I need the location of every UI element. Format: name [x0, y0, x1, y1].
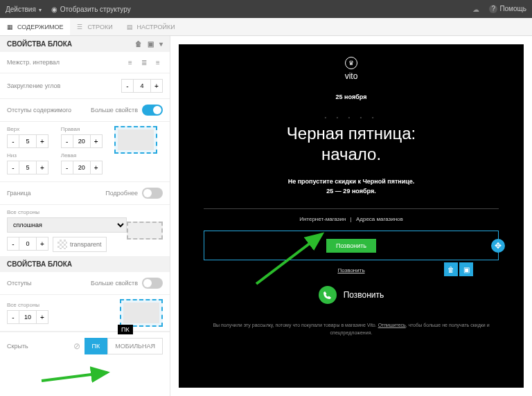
border-more-toggle[interactable]: [142, 188, 163, 199]
show-structure-toggle[interactable]: ◉Отобразить структуру: [51, 6, 131, 13]
unsubscribe-link[interactable]: Отпишитесь: [378, 323, 406, 327]
align-left-icon[interactable]: ≡: [125, 57, 135, 67]
copy-icon[interactable]: ▣: [148, 40, 154, 48]
allsides-preview: [120, 299, 163, 327]
help-link[interactable]: ?Помощь: [489, 5, 526, 13]
email-preview: ♛ vito 25 ноября • • • • • Черная пятниц…: [179, 44, 524, 388]
topbar: Действия▾ ◉Отобразить структуру ☁ ?Помощ…: [0, 0, 532, 18]
settings-icon: ▤: [127, 24, 134, 30]
tab-rows[interactable]: ☰ СТРОКИ: [70, 18, 119, 35]
visibility-icon[interactable]: ⊘: [73, 341, 80, 351]
cloud-upload-icon[interactable]: ☁: [472, 6, 479, 13]
chevron-down-icon[interactable]: ▾: [159, 40, 163, 48]
padding-right-stepper[interactable]: -+: [61, 134, 109, 148]
tab-content[interactable]: ▦ СОДЕРЖИМОЕ: [0, 18, 70, 35]
date-text: 25 ноября: [179, 93, 524, 100]
link-stores[interactable]: Адреса магазинов: [356, 216, 403, 222]
block-delete-icon[interactable]: 🗑: [444, 262, 458, 276]
link-shop[interactable]: Интернет-магазин: [299, 216, 346, 222]
subheadline: Не пропустите скидки к Черной пятнице. 2…: [179, 177, 524, 196]
properties-sidebar: СВОЙСТВА БЛОКА 🗑 ▣ ▾ Межстр. интервал ≡ …: [0, 36, 170, 396]
brand-logo: ♛ vito: [179, 57, 524, 81]
device-pc-button[interactable]: ПК: [85, 338, 108, 354]
actions-dropdown[interactable]: Действия▾: [6, 6, 42, 13]
device-segmented: ПК МОБИЛЬНАЯ: [85, 338, 163, 354]
phone-icon[interactable]: [319, 286, 337, 304]
pc-tooltip: ПК: [118, 325, 133, 334]
email-canvas: ♛ vito 25 ноября • • • • • Черная пятниц…: [170, 36, 532, 396]
stepper-minus[interactable]: -: [121, 79, 134, 93]
border-width-stepper[interactable]: -+: [7, 237, 48, 252]
border-style-select[interactable]: сплошная: [7, 217, 127, 233]
corner-radius-stepper[interactable]: - +: [121, 79, 163, 93]
trash-icon[interactable]: 🗑: [135, 40, 142, 48]
nav-links: Интернет-магазин | Адреса магазинов: [179, 216, 524, 222]
grid-icon: ▦: [7, 24, 14, 30]
border-preview: [127, 222, 163, 240]
tab-settings[interactable]: ▤ НАСТРОЙКИ: [120, 18, 182, 35]
indents-label: Отступы: [7, 280, 32, 287]
stepper-plus[interactable]: +: [150, 79, 163, 93]
divider: [204, 208, 499, 209]
corner-radius-input[interactable]: [134, 79, 150, 93]
crown-icon: ♛: [345, 57, 357, 69]
move-handle-icon[interactable]: ✥: [491, 239, 505, 253]
section-block-props-2: СВОЙСТВА БЛОКА: [0, 256, 170, 272]
border-color-picker[interactable]: transparent: [53, 237, 107, 252]
align-center-icon[interactable]: ≣: [139, 57, 149, 67]
all-sides-stepper[interactable]: -+: [7, 310, 120, 324]
checker-icon: [57, 240, 67, 249]
device-mobile-button[interactable]: МОБИЛЬНАЯ: [107, 338, 163, 354]
chevron-down-icon: ▾: [39, 7, 42, 13]
more-props-toggle[interactable]: [142, 105, 163, 116]
content-padding-label: Отступы содержимого: [7, 107, 71, 114]
help-icon: ?: [489, 5, 497, 13]
padding-top-stepper[interactable]: -+: [7, 134, 55, 148]
border-label: Граница: [7, 190, 31, 197]
padding-left-stepper[interactable]: -+: [61, 161, 109, 174]
editor-tabs: ▦ СОДЕРЖИМОЕ ☰ СТРОКИ ▤ НАСТРОЙКИ: [0, 18, 532, 36]
rows-icon: ☰: [77, 24, 84, 30]
indents-more-toggle[interactable]: [142, 278, 163, 289]
corner-radius-label: Закругление углов: [7, 82, 60, 89]
section-block-props: СВОЙСТВА БЛОКА 🗑 ▣ ▾: [0, 36, 170, 52]
hide-label: Скрыть: [7, 343, 28, 350]
selected-call-block[interactable]: Позвонить ✥ 🗑 ▣: [204, 231, 499, 260]
padding-preview: [114, 126, 157, 154]
line-spacing-label: Межстр. интервал: [7, 59, 60, 66]
align-right-icon[interactable]: ≡: [153, 57, 163, 67]
footer-text: Вы получили эту рассылку, потому что пок…: [179, 322, 524, 336]
padding-bottom-stepper[interactable]: -+: [7, 161, 55, 174]
block-copy-icon[interactable]: ▣: [459, 262, 473, 276]
call-button[interactable]: Позвонить: [326, 239, 376, 253]
call-row: Позвонить: [179, 286, 524, 304]
headline: Черная пятница: начало.: [179, 123, 524, 165]
eye-icon: ◉: [51, 6, 57, 13]
